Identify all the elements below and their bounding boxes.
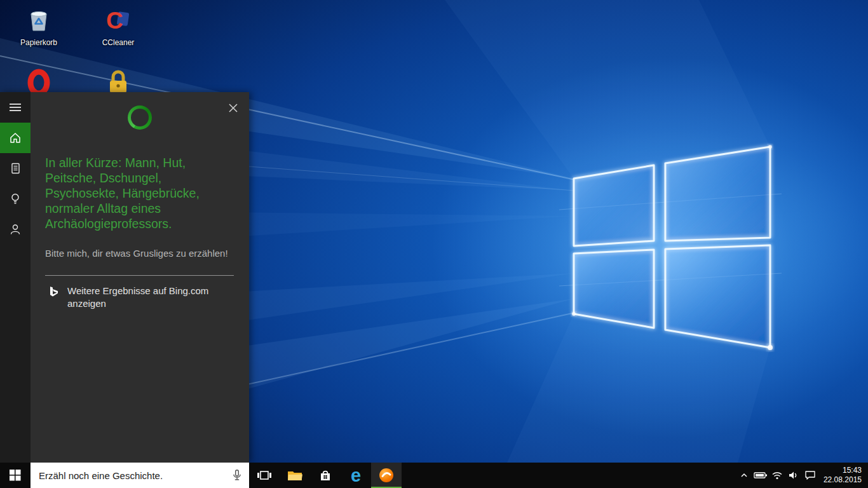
task-view-button[interactable] xyxy=(249,463,280,488)
avast-icon xyxy=(378,467,395,484)
recycle-bin-icon xyxy=(24,6,53,35)
task-view-icon xyxy=(257,468,272,483)
rail-item-home[interactable] xyxy=(0,123,31,153)
desktop-icon-recycle-bin[interactable]: Papierkorb xyxy=(11,6,67,47)
cortana-rail xyxy=(0,92,31,463)
rail-item-reminders[interactable] xyxy=(0,184,31,214)
clock-time: 15:43 xyxy=(843,466,862,475)
home-icon xyxy=(9,132,22,144)
cortana-prompt: Bitte mich, dir etwas Grusliges zu erzäh… xyxy=(45,247,234,259)
desktop-icon-label: CCleaner xyxy=(102,38,135,47)
edge-button[interactable]: e xyxy=(341,463,371,488)
desktop-icon-ccleaner[interactable]: C CCleaner xyxy=(90,6,146,47)
bing-link-label: Weitere Ergebnisse auf Bing.com anzeigen xyxy=(67,285,208,309)
search-input-value: Erzähl noch eine Geschichte. xyxy=(39,470,229,481)
edge-icon: e xyxy=(351,466,361,485)
avast-button[interactable] xyxy=(371,463,402,488)
feedback-person-icon xyxy=(9,223,22,236)
start-button[interactable] xyxy=(0,463,31,488)
rail-item-feedback[interactable] xyxy=(0,214,31,245)
store-button[interactable] xyxy=(310,463,341,488)
reminders-lightbulb-icon xyxy=(9,193,22,205)
system-tray: 15:43 22.08.2015 xyxy=(736,463,868,488)
volume-icon[interactable] xyxy=(785,463,802,488)
hidden-icons-chevron-icon[interactable] xyxy=(736,463,752,488)
cortana-panel: In aller Kürze: Mann, Hut, Peitsche, Dsc… xyxy=(0,92,249,463)
microphone-icon[interactable] xyxy=(229,467,245,484)
hamburger-menu-icon[interactable] xyxy=(0,92,31,123)
cortana-headline: In aller Kürze: Mann, Hut, Peitsche, Dsc… xyxy=(45,155,226,231)
bing-results-link[interactable]: Weitere Ergebnisse auf Bing.com anzeigen xyxy=(45,285,234,310)
close-icon[interactable] xyxy=(226,101,240,115)
svg-text:C: C xyxy=(106,8,123,34)
windows-logo-icon xyxy=(10,470,21,481)
wifi-icon[interactable] xyxy=(769,463,785,488)
rail-item-notebook[interactable] xyxy=(0,153,31,184)
battery-icon[interactable] xyxy=(752,463,769,488)
taskbar-clock[interactable]: 15:43 22.08.2015 xyxy=(818,463,868,488)
file-explorer-button[interactable] xyxy=(280,463,310,488)
taskbar: Erzähl noch eine Geschichte. xyxy=(0,463,868,488)
clock-date: 22.08.2015 xyxy=(824,475,862,485)
cortana-content: In aller Kürze: Mann, Hut, Peitsche, Dsc… xyxy=(31,92,249,463)
notebook-icon xyxy=(9,162,22,175)
ccleaner-icon: C xyxy=(104,6,133,35)
cortana-ring-icon xyxy=(128,105,152,130)
desktop-icon-label: Papierkorb xyxy=(20,38,57,47)
windows-desktop: Papierkorb C CCleaner xyxy=(0,0,868,488)
cortana-search-input[interactable]: Erzähl noch eine Geschichte. xyxy=(31,463,249,488)
action-center-icon[interactable] xyxy=(802,463,818,488)
folder-icon xyxy=(287,467,303,484)
divider xyxy=(45,275,234,276)
bing-icon xyxy=(46,285,60,299)
store-bag-icon xyxy=(318,468,333,483)
